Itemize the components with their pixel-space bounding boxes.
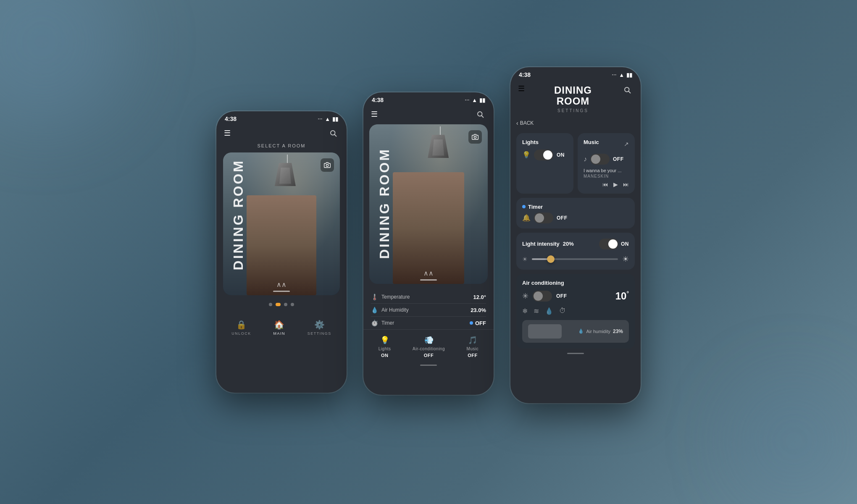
stat-humidity: 💧 Air Humidity 23.0% (371, 304, 486, 317)
timer-clock-icon[interactable]: ⏱ (559, 307, 566, 315)
bell-icon: 🔔 (522, 214, 531, 222)
phone-3: 4:38 ··· ▲ ▮▮ ☰ DININGROOM SETTINGS (510, 67, 641, 403)
phone-1: 4:38 ··· ▲ ▮▮ ☰ SELECT A ROOM (216, 111, 347, 393)
lights-toggle-label: ON (557, 152, 565, 158)
chevron-up-2[interactable]: ∧∧ (423, 269, 434, 277)
ac-controls-row: ✳ OFF 10° (522, 290, 629, 302)
swipe-indicator-2 (420, 279, 437, 281)
nav-main[interactable]: 🏠 MAIN (273, 320, 286, 336)
chevron-up-1[interactable]: ∧∧ (276, 281, 287, 289)
menu-button-3[interactable]: ☰ (518, 84, 525, 93)
lamp-shade-1 (275, 163, 296, 186)
fan-icon: ✳ (522, 291, 528, 301)
dot-4[interactable] (291, 303, 294, 306)
temp-value: 12.0° (473, 294, 486, 300)
slider-row: ☀ ☀ (522, 255, 629, 264)
humidity-drop-icon: 💧 (578, 328, 584, 334)
stats-panel: 🌡️ Temperature 12.0° 💧 Air Humidity 23.0… (363, 284, 494, 329)
ac-toggle-label: OFF (556, 293, 567, 299)
ac-icons-row: ❄ ≋ 💧 ⏱ (522, 307, 629, 315)
wind-icon[interactable]: ≋ (534, 307, 539, 315)
nav-unlock[interactable]: 🔒 UNLOCK (231, 320, 251, 336)
snowflake-icon[interactable]: ❄ (522, 307, 528, 315)
phone-2: 4:38 ··· ▲ ▮▮ ☰ (363, 92, 494, 395)
room-subtitle-3: SETTINGS (525, 108, 621, 113)
bottom-nav-1: 🔒 UNLOCK 🏠 MAIN ⚙️ SETTINGS (216, 313, 347, 344)
ac-display-screen (528, 324, 562, 339)
humidity-icon: 💧 (371, 307, 378, 313)
time-2: 4:38 (372, 97, 384, 103)
nav-main-label: MAIN (273, 331, 286, 336)
dot-1[interactable] (269, 303, 272, 306)
wifi-icon-1: ▲ (325, 116, 330, 122)
music-icon-qa: 🎵 (468, 336, 477, 345)
humidity-value: 23.0% (471, 307, 486, 313)
back-button[interactable]: ‹ BACK (516, 117, 635, 129)
qa-ac[interactable]: 💨 Air-conditioning OFF (413, 336, 445, 358)
rewind-button[interactable]: ⏮ (602, 181, 608, 188)
timer-toggle-label: OFF (557, 215, 568, 221)
stat-temperature: 🌡️ Temperature 12.0° (371, 291, 486, 304)
stat-temp-left: 🌡️ Temperature (371, 294, 410, 300)
timer-off-text: OFF (475, 320, 486, 326)
signal-dots-1: ··· (318, 117, 323, 121)
ac-icon-qa: 💨 (424, 336, 434, 345)
back-arrow-icon: ‹ (516, 120, 518, 126)
lights-toggle[interactable] (534, 150, 553, 160)
nav-settings-label: SETTINGS (308, 331, 331, 336)
search-button-2[interactable] (474, 108, 486, 120)
timer-toggle-knob (535, 213, 544, 223)
play-button[interactable]: ▶ (613, 181, 618, 188)
sun-large-icon: ☀ (622, 255, 629, 264)
slider-thumb[interactable] (547, 255, 555, 263)
fast-forward-button[interactable]: ⏭ (623, 181, 629, 188)
back-area: ‹ BACK (510, 117, 641, 133)
ac-toggle[interactable] (533, 291, 552, 302)
room-title-area: DININGROOM SETTINGS (525, 84, 621, 113)
dot-3[interactable] (284, 303, 287, 306)
qa-music[interactable]: 🎵 Music OFF (467, 336, 479, 358)
music-toggle[interactable] (590, 154, 610, 165)
phone3-header: ☰ DININGROOM SETTINGS (510, 81, 641, 117)
timer-header: Timer (522, 204, 629, 210)
nav-settings[interactable]: ⚙️ SETTINGS (308, 320, 331, 336)
intensity-toggle[interactable] (599, 239, 618, 249)
camera-button-1[interactable] (321, 158, 334, 172)
external-link-icon[interactable]: ↗ (624, 141, 629, 147)
stat-timer-left: ⏱️ Timer (371, 320, 394, 326)
brightness-slider[interactable] (532, 258, 618, 260)
scroll-indicator-2 (420, 365, 437, 366)
timer-title: Timer (528, 204, 543, 210)
gear-icon: ⚙️ (314, 320, 325, 330)
ac-humidity-display-row: 💧 Air humidity 23% (522, 320, 629, 343)
camera-button-2[interactable] (468, 130, 482, 144)
lights-icon-qa: 💡 (380, 336, 389, 345)
ac-label-qa: Air-conditioning (413, 346, 445, 351)
search-button-3[interactable] (621, 84, 633, 96)
battery-icon-3: ▮▮ (626, 72, 632, 78)
lights-label-qa: Lights (379, 346, 391, 351)
status-icons-1: ··· ▲ ▮▮ (318, 116, 338, 122)
room-card-2[interactable]: DINING ROOM ∧∧ (369, 124, 488, 284)
menu-button-1[interactable]: ☰ (224, 129, 231, 138)
timer-toggle[interactable] (534, 213, 553, 223)
music-note-icon: ♪ (584, 155, 587, 163)
swipe-indicator-1 (273, 291, 290, 292)
dot-2-active[interactable] (276, 303, 281, 306)
timer-value: OFF (470, 320, 486, 326)
status-bar-2: 4:38 ··· ▲ ▮▮ (363, 92, 494, 106)
time-3: 4:38 (519, 71, 531, 78)
room-name-3: DININGROOM (525, 85, 621, 107)
lamp-shade-2 (428, 135, 449, 158)
timer-toggle-row: 🔔 OFF (522, 213, 629, 223)
status-bar-3: 4:38 ··· ▲ ▮▮ (510, 67, 641, 81)
menu-button-2[interactable]: ☰ (371, 110, 378, 119)
room-card-1[interactable]: DINING ROOM ∧∧ (223, 152, 340, 295)
search-button-1[interactable] (327, 127, 339, 139)
status-icons-2: ··· ▲ ▮▮ (465, 97, 485, 103)
drop-icon[interactable]: 💧 (545, 307, 553, 315)
music-controls: ⏮ ▶ ⏭ (584, 181, 629, 188)
lights-music-row: Lights 💡 ON Music ↗ (516, 133, 635, 194)
room-name-vertical-2: DINING ROOM (377, 148, 392, 259)
qa-lights[interactable]: 💡 Lights ON (379, 336, 391, 358)
